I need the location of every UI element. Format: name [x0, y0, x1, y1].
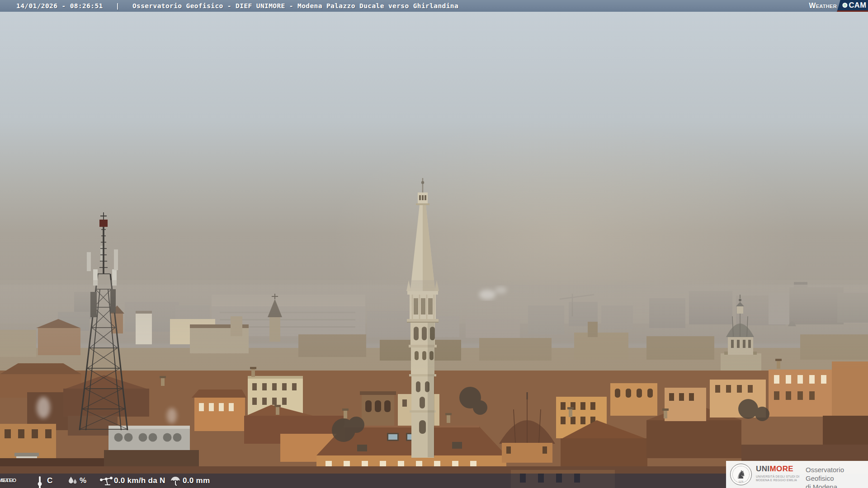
unimore-credit-box: ♞ 1175 UNIMORE UNIVERSITÀ DEGLI STUDI DI…	[726, 461, 868, 488]
seal-year: 1175	[731, 480, 751, 483]
cityscape-photo	[0, 0, 868, 488]
unimore-more: MORE	[769, 465, 793, 473]
observatory-name-line2: di Modena	[806, 483, 868, 488]
unimore-wordmark: UNIMORE	[756, 465, 793, 473]
observatory-name-line1: Osservatorio Geofisico	[806, 465, 868, 483]
weather-cam-logo: Weather CAM	[809, 0, 868, 12]
webcam-title: Osservatorio Geofisico - DIEF UNIMORE - …	[132, 2, 458, 9]
university-seal-icon: ♞ 1175	[730, 464, 752, 485]
university-subtitle-line1: UNIVERSITÀ DEGLI STUDI DI	[756, 475, 799, 479]
top-info-bar: 14/01/2026 - 08:26:51 | Osservatorio Geo…	[0, 0, 868, 12]
temperature-value: C	[47, 474, 53, 488]
weather-logo-text: Weather	[809, 2, 837, 10]
wind-value: 0.0 km/h da N	[114, 474, 165, 488]
cam-logo-text: CAM	[849, 1, 866, 9]
university-subtitle: UNIVERSITÀ DEGLI STUDI DI MODENA E REGGI…	[756, 475, 799, 482]
weather-cam-dot-icon	[842, 3, 847, 8]
university-subtitle-line2: MODENA E REGGIO EMILIA	[756, 479, 799, 482]
cam-logo-plate: CAM	[837, 0, 868, 12]
unimore-uni: UNI	[756, 465, 769, 473]
meteo-label-line2: METEO	[0, 474, 16, 488]
humidity-value: %	[80, 474, 86, 488]
timestamp: 14/01/2026 - 08:26:51	[16, 2, 103, 9]
atmosphere-haze	[0, 280, 868, 371]
seal-knight-glyph: ♞	[736, 469, 746, 480]
rain-value: 0.0 mm	[183, 474, 210, 488]
webcam-frame: 14/01/2026 - 08:26:51 | Osservatorio Geo…	[0, 0, 868, 488]
observatory-name: Osservatorio Geofisico di Modena	[806, 465, 868, 488]
separator: |	[116, 2, 120, 9]
